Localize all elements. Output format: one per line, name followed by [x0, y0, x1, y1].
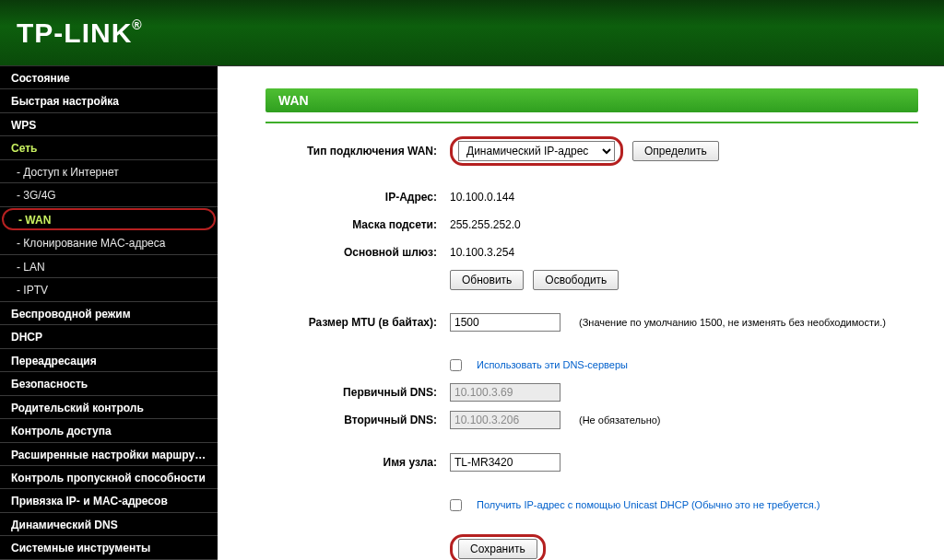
renew-button[interactable]: Обновить — [450, 270, 524, 290]
divider — [266, 122, 918, 123]
brand-logo: TP-LINK® — [17, 18, 143, 49]
mtu-input[interactable] — [450, 313, 560, 332]
sidebar-item-systools[interactable]: Системные инструменты — [0, 536, 218, 559]
row-dns1: Первичный DNS: — [266, 381, 918, 403]
row-host: Имя узла: — [266, 451, 918, 473]
use-dns-label[interactable]: Использовать эти DNS-серверы — [477, 359, 628, 370]
value-ip: 10.100.0.144 — [450, 191, 514, 204]
page-title: WAN — [266, 88, 918, 112]
sidebar-item-forwarding[interactable]: Переадресация — [0, 349, 218, 372]
unicast-label[interactable]: Получить IP-адрес с помощью Unicast DHCP… — [477, 499, 820, 510]
sidebar-item-lan[interactable]: - LAN — [0, 255, 218, 278]
sidebar-item-iptv[interactable]: - IPTV — [0, 278, 218, 301]
sidebar-item-ipmac[interactable]: Привязка IP- и MAC-адресов — [0, 489, 218, 512]
row-save: Сохранить — [266, 534, 918, 560]
sidebar-item-macclone[interactable]: - Клонирование MAC-адреса — [0, 231, 218, 254]
row-dns2: Вторичный DNS: (Не обязательно) — [266, 409, 918, 431]
row-mask: Маска подсети: 255.255.252.0 — [266, 214, 918, 236]
sidebar-item-access[interactable]: Контроль доступа — [0, 419, 218, 442]
row-mtu: Размер MTU (в байтах): (Значение по умол… — [266, 311, 918, 333]
label-host: Имя узла: — [266, 456, 450, 469]
note-dns2: (Не обязательно) — [579, 414, 661, 426]
row-gw: Основной шлюз: 10.100.3.254 — [266, 241, 918, 263]
row-renew-release: Обновить Освободить — [266, 269, 918, 291]
sidebar-item-bandwidth[interactable]: Контроль пропускной способности — [0, 466, 218, 489]
highlight-save: Сохранить — [450, 534, 546, 560]
sidebar-item-dhcp[interactable]: DHCP — [0, 325, 218, 348]
sidebar-item-internet[interactable]: - Доступ к Интернет — [0, 160, 218, 183]
label-mask: Маска подсети: — [266, 218, 450, 231]
sidebar-item-security[interactable]: Безопасность — [0, 372, 218, 395]
sidebar-item-wireless[interactable]: Беспроводной режим — [0, 302, 218, 325]
dns1-input — [450, 383, 560, 402]
detect-button[interactable]: Определить — [632, 141, 719, 161]
save-button[interactable]: Сохранить — [458, 539, 537, 559]
value-gw: 10.100.3.254 — [450, 246, 514, 259]
label-mtu: Размер MTU (в байтах): — [266, 316, 450, 329]
sidebar-item-quicksetup[interactable]: Быстрая настройка — [0, 89, 218, 112]
label-gw: Основной шлюз: — [266, 246, 450, 259]
dns2-input — [450, 411, 560, 429]
sidebar-item-status[interactable]: Состояние — [0, 66, 218, 89]
label-dns1: Первичный DNS: — [266, 386, 450, 399]
row-conn-type: Тип подключения WAN: Динамический IP-адр… — [266, 136, 918, 166]
sidebar-item-3g4g[interactable]: - 3G/4G — [0, 183, 218, 206]
highlight-conn-type: Динамический IP-адрес — [450, 136, 623, 166]
sidebar-item-ddns[interactable]: Динамический DNS — [0, 513, 218, 536]
label-ip: IP-Адрес: — [266, 191, 450, 204]
sidebar-item-network[interactable]: Сеть — [0, 136, 218, 159]
sidebar-nav: Состояние Быстрая настройка WPS Сеть - Д… — [0, 66, 218, 560]
row-unicast: Получить IP-адрес с помощью Unicast DHCP… — [266, 494, 918, 516]
note-mtu: (Значение по умолчанию 1500, не изменять… — [579, 317, 886, 328]
release-button[interactable]: Освободить — [533, 270, 619, 290]
content-area: WAN Тип подключения WAN: Динамический IP… — [218, 66, 944, 560]
use-dns-checkbox[interactable] — [450, 359, 462, 371]
sidebar-item-wan[interactable]: - WAN — [2, 208, 216, 230]
conn-type-select[interactable]: Динамический IP-адрес — [458, 141, 615, 161]
host-input[interactable] — [450, 453, 560, 472]
sidebar-item-routing[interactable]: Расширенные настройки маршрутизации — [0, 443, 218, 466]
row-use-dns: Использовать эти DNS-серверы — [266, 354, 918, 376]
sidebar-item-wps[interactable]: WPS — [0, 113, 218, 136]
sidebar-item-parental[interactable]: Родительский контроль — [0, 396, 218, 419]
app-header: TP-LINK® — [0, 0, 944, 66]
value-mask: 255.255.252.0 — [450, 218, 521, 231]
label-dns2: Вторичный DNS: — [266, 414, 450, 426]
label-conn-type: Тип подключения WAN: — [266, 145, 450, 158]
row-ip: IP-Адрес: 10.100.0.144 — [266, 186, 918, 208]
unicast-checkbox[interactable] — [450, 499, 462, 511]
main-container: Состояние Быстрая настройка WPS Сеть - Д… — [0, 66, 944, 560]
